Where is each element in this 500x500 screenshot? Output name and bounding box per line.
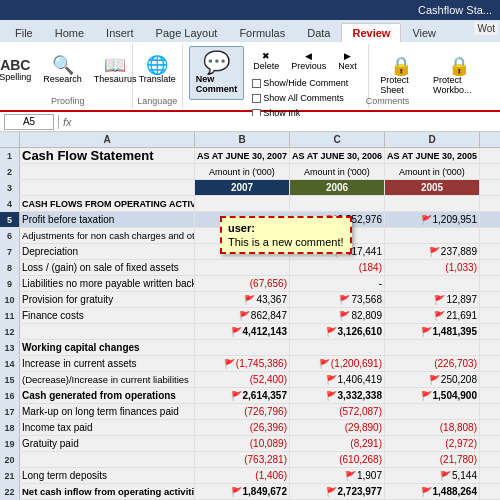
cell-b8[interactable] [195,260,290,275]
name-box[interactable]: A5 [4,114,54,130]
cell-d8[interactable]: (1,033) [385,260,480,275]
cell-d22[interactable]: 🚩1,488,264 [385,484,480,499]
cell-c14[interactable]: 🚩(1,200,691) [290,356,385,371]
col-header-b[interactable]: B [195,132,290,147]
cell-a15[interactable]: (Decrease)/Increase in current liabiliti… [20,372,195,387]
show-all-checkbox[interactable] [252,94,261,103]
cell-a2[interactable] [20,164,195,179]
cell-b1[interactable]: AS AT JUNE 30, 2007 [195,148,290,163]
cell-b11[interactable]: 🚩862,847 [195,308,290,323]
cell-c13[interactable] [290,340,385,355]
tab-insert[interactable]: Insert [95,23,145,42]
show-hide-checkbox[interactable] [252,79,261,88]
cell-c18[interactable]: (29,890) [290,420,385,435]
cell-c17[interactable]: (572,087) [290,404,385,419]
cell-b19[interactable]: (10,089) [195,436,290,451]
cell-c2[interactable]: Amount in ('000) [290,164,385,179]
cell-d1[interactable]: AS AT JUNE 30, 2005 [385,148,480,163]
cell-d19[interactable]: (2,972) [385,436,480,451]
cell-d17[interactable] [385,404,480,419]
cell-d10[interactable]: 🚩12,897 [385,292,480,307]
cell-b4[interactable] [195,196,290,211]
previous-comment-button[interactable]: ◀ Previous [286,48,331,74]
cell-c21[interactable]: 🚩1,907 [290,468,385,483]
cell-d6[interactable] [385,228,480,243]
cell-b21[interactable]: (1,406) [195,468,290,483]
cell-a14[interactable]: Increase in current assets [20,356,195,371]
cell-d14[interactable]: (226,703) [385,356,480,371]
cell-c9[interactable]: - [290,276,385,291]
translate-button[interactable]: 🌐 Translate [134,53,181,87]
tab-review[interactable]: Review [341,23,401,42]
cell-c1[interactable]: AS AT JUNE 30, 2006 [290,148,385,163]
protect-sheet-button[interactable]: 🔒 Protect Sheet [375,54,426,98]
cell-a18[interactable]: Income tax paid [20,420,195,435]
cell-a17[interactable]: Mark-up on long term finances paid [20,404,195,419]
cell-c12[interactable]: 🚩3,126,610 [290,324,385,339]
cell-a10[interactable]: Provision for gratuity [20,292,195,307]
cell-a19[interactable]: Gratuity paid [20,436,195,451]
cell-d7[interactable]: 🚩237,889 [385,244,480,259]
new-comment-button[interactable]: 💬 NewComment [189,46,245,100]
cell-d20[interactable]: (21,780) [385,452,480,467]
cell-a16[interactable]: Cash generated from operations [20,388,195,403]
cell-a21[interactable]: Long term deposits [20,468,195,483]
cell-c11[interactable]: 🚩82,809 [290,308,385,323]
cell-a11[interactable]: Finance costs [20,308,195,323]
formula-input[interactable] [76,116,496,127]
cell-d11[interactable]: 🚩21,691 [385,308,480,323]
cell-b10[interactable]: 🚩43,367 [195,292,290,307]
cell-c20[interactable]: (610,268) [290,452,385,467]
cell-a20[interactable] [20,452,195,467]
show-all-comments-btn[interactable]: Show All Comments [248,91,362,105]
cell-b16[interactable]: 🚩2,614,357 [195,388,290,403]
cell-c22[interactable]: 🚩2,723,977 [290,484,385,499]
cell-a9[interactable]: Liabilities no more payable written back [20,276,195,291]
cell-d4[interactable] [385,196,480,211]
cell-b3[interactable]: 2007 [195,180,290,195]
cell-c15[interactable]: 🚩1,406,419 [290,372,385,387]
protect-workbook-button[interactable]: 🔒 Protect Workbo... [428,54,490,98]
col-header-a[interactable]: A [20,132,195,147]
tab-formulas[interactable]: Formulas [228,23,296,42]
cell-a12[interactable] [20,324,195,339]
cell-a1[interactable]: Cash Flow Statement [20,148,195,163]
col-header-d[interactable]: D [385,132,480,147]
cell-c16[interactable]: 🚩3,332,338 [290,388,385,403]
cell-b2[interactable]: Amount in ('000) [195,164,290,179]
cell-d18[interactable]: (18,808) [385,420,480,435]
cell-a5[interactable]: Profit before taxation [20,212,195,227]
research-button[interactable]: 🔍 Research [38,53,87,87]
cell-a13[interactable]: Working capital changes [20,340,195,355]
cell-a22[interactable]: Net cash inflow from operating activitie… [20,484,195,499]
next-comment-button[interactable]: ▶ Next [333,48,362,74]
cell-d12[interactable]: 🚩1,481,395 [385,324,480,339]
cell-c19[interactable]: (8,291) [290,436,385,451]
delete-comment-button[interactable]: ✖ Delete [248,48,284,74]
cell-d21[interactable]: 🚩5,144 [385,468,480,483]
tab-home[interactable]: Home [44,23,95,42]
cell-b13[interactable] [195,340,290,355]
cell-d16[interactable]: 🚩1,504,900 [385,388,480,403]
cell-b9[interactable]: (67,656) [195,276,290,291]
cell-c8[interactable]: (184) [290,260,385,275]
cell-d5[interactable]: 🚩1,209,951 [385,212,480,227]
cell-a7[interactable]: Depreciation [20,244,195,259]
cell-d13[interactable] [385,340,480,355]
cell-c10[interactable]: 🚩73,568 [290,292,385,307]
cell-a4[interactable]: CASH FLOWS FROM OPERATING ACTIVITIES [20,196,195,211]
cell-d3[interactable]: 2005 [385,180,480,195]
cell-b15[interactable]: (52,400) [195,372,290,387]
cell-b20[interactable]: (763,281) [195,452,290,467]
tab-view[interactable]: View [401,23,447,42]
cell-b14[interactable]: 🚩(1,745,386) [195,356,290,371]
cell-b17[interactable]: (726,796) [195,404,290,419]
cell-d15[interactable]: 🚩250,208 [385,372,480,387]
tab-data[interactable]: Data [296,23,341,42]
cell-c3[interactable]: 2006 [290,180,385,195]
tab-file[interactable]: File [4,23,44,42]
cell-b12[interactable]: 🚩4,412,143 [195,324,290,339]
cell-a3[interactable] [20,180,195,195]
cell-d9[interactable] [385,276,480,291]
cell-a6[interactable]: Adjustments for non cash charges and oth… [20,228,195,243]
